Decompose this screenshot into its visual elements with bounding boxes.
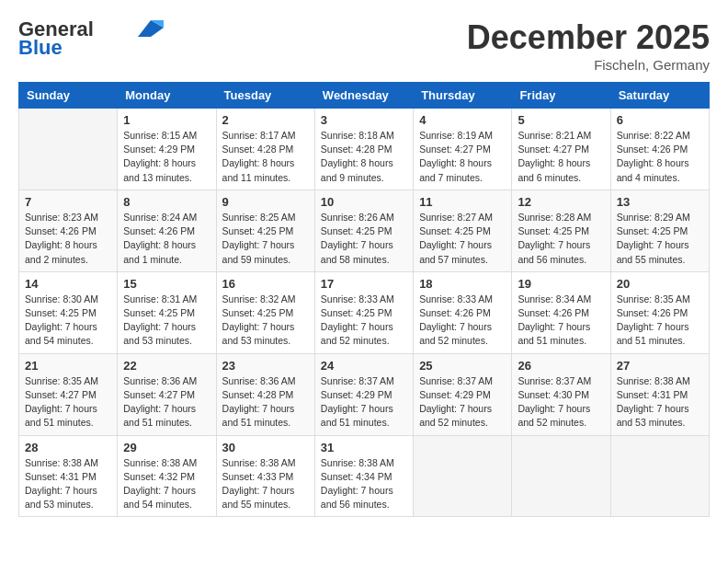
calendar-cell: 6Sunrise: 8:22 AM Sunset: 4:26 PM Daylig… — [610, 109, 709, 190]
day-info: Sunrise: 8:36 AM Sunset: 4:27 PM Dayligh… — [123, 374, 210, 431]
calendar-cell: 17Sunrise: 8:33 AM Sunset: 4:25 PM Dayli… — [314, 271, 413, 353]
day-info: Sunrise: 8:34 AM Sunset: 4:26 PM Dayligh… — [518, 293, 604, 349]
weekday-header-tuesday: Tuesday — [216, 83, 314, 109]
day-number: 1 — [123, 113, 210, 127]
day-number: 9 — [222, 195, 309, 209]
day-number: 21 — [25, 359, 111, 373]
calendar-cell: 7Sunrise: 8:23 AM Sunset: 4:26 PM Daylig… — [19, 190, 118, 271]
calendar-cell: 25Sunrise: 8:37 AM Sunset: 4:29 PM Dayli… — [414, 353, 512, 435]
calendar-cell: 31Sunrise: 8:38 AM Sunset: 4:34 PM Dayli… — [314, 435, 413, 517]
day-number: 23 — [222, 359, 309, 373]
calendar-cell: 16Sunrise: 8:32 AM Sunset: 4:25 PM Dayli… — [216, 271, 314, 353]
calendar-cell: 8Sunrise: 8:24 AM Sunset: 4:26 PM Daylig… — [118, 190, 216, 271]
calendar-cell: 24Sunrise: 8:37 AM Sunset: 4:29 PM Dayli… — [314, 353, 413, 435]
calendar-week-4: 21Sunrise: 8:35 AM Sunset: 4:27 PM Dayli… — [19, 353, 710, 435]
weekday-header-wednesday: Wednesday — [314, 83, 413, 109]
day-number: 22 — [123, 359, 210, 373]
day-number: 4 — [419, 113, 506, 127]
calendar-cell: 3Sunrise: 8:18 AM Sunset: 4:28 PM Daylig… — [314, 109, 413, 190]
calendar-cell: 11Sunrise: 8:27 AM Sunset: 4:25 PM Dayli… — [414, 190, 512, 271]
calendar: SundayMondayTuesdayWednesdayThursdayFrid… — [18, 82, 710, 517]
day-number: 16 — [222, 277, 309, 291]
weekday-header-friday: Friday — [512, 83, 610, 109]
day-info: Sunrise: 8:25 AM Sunset: 4:25 PM Dayligh… — [222, 211, 309, 267]
day-info: Sunrise: 8:30 AM Sunset: 4:25 PM Dayligh… — [25, 293, 111, 349]
day-info: Sunrise: 8:15 AM Sunset: 4:29 PM Dayligh… — [123, 129, 210, 185]
calendar-cell: 14Sunrise: 8:30 AM Sunset: 4:25 PM Dayli… — [19, 271, 118, 353]
location: Fischeln, Germany — [467, 57, 710, 73]
calendar-week-2: 7Sunrise: 8:23 AM Sunset: 4:26 PM Daylig… — [19, 190, 710, 271]
day-info: Sunrise: 8:38 AM Sunset: 4:31 PM Dayligh… — [617, 374, 703, 431]
calendar-header-row: SundayMondayTuesdayWednesdayThursdayFrid… — [19, 83, 710, 109]
weekday-header-monday: Monday — [118, 83, 216, 109]
day-info: Sunrise: 8:18 AM Sunset: 4:28 PM Dayligh… — [321, 129, 407, 185]
day-number: 5 — [518, 113, 604, 127]
day-number: 8 — [123, 195, 210, 209]
weekday-header-sunday: Sunday — [19, 83, 118, 109]
calendar-cell: 29Sunrise: 8:38 AM Sunset: 4:32 PM Dayli… — [118, 435, 216, 517]
day-info: Sunrise: 8:19 AM Sunset: 4:27 PM Dayligh… — [419, 129, 506, 185]
calendar-cell: 27Sunrise: 8:38 AM Sunset: 4:31 PM Dayli… — [610, 353, 709, 435]
day-number: 14 — [25, 277, 111, 291]
weekday-header-saturday: Saturday — [610, 83, 709, 109]
day-number: 13 — [617, 195, 703, 209]
day-info: Sunrise: 8:38 AM Sunset: 4:31 PM Dayligh… — [25, 456, 111, 512]
day-number: 2 — [222, 113, 309, 127]
calendar-cell: 5Sunrise: 8:21 AM Sunset: 4:27 PM Daylig… — [512, 109, 610, 190]
calendar-cell: 15Sunrise: 8:31 AM Sunset: 4:25 PM Dayli… — [118, 271, 216, 353]
day-number: 27 — [617, 359, 703, 373]
day-number: 25 — [419, 359, 506, 373]
calendar-cell: 1Sunrise: 8:15 AM Sunset: 4:29 PM Daylig… — [118, 109, 216, 190]
day-info: Sunrise: 8:36 AM Sunset: 4:28 PM Dayligh… — [222, 374, 309, 431]
day-info: Sunrise: 8:33 AM Sunset: 4:26 PM Dayligh… — [419, 293, 506, 349]
day-info: Sunrise: 8:35 AM Sunset: 4:26 PM Dayligh… — [617, 293, 703, 349]
month-title: December 2025 — [467, 18, 710, 57]
day-number: 15 — [123, 277, 210, 291]
day-info: Sunrise: 8:21 AM Sunset: 4:27 PM Dayligh… — [518, 129, 604, 185]
day-number: 30 — [222, 441, 309, 454]
calendar-cell: 18Sunrise: 8:33 AM Sunset: 4:26 PM Dayli… — [414, 271, 512, 353]
calendar-cell: 21Sunrise: 8:35 AM Sunset: 4:27 PM Dayli… — [19, 353, 118, 435]
calendar-cell: 22Sunrise: 8:36 AM Sunset: 4:27 PM Dayli… — [118, 353, 216, 435]
day-info: Sunrise: 8:37 AM Sunset: 4:29 PM Dayligh… — [419, 374, 506, 431]
day-number: 3 — [321, 113, 407, 127]
day-number: 10 — [321, 195, 407, 209]
day-number: 12 — [518, 195, 604, 209]
calendar-cell — [512, 435, 610, 517]
logo-icon — [138, 20, 164, 37]
calendar-cell — [610, 435, 709, 517]
page-header: General Blue December 2025 Fischeln, Ger… — [18, 18, 710, 73]
calendar-cell: 30Sunrise: 8:38 AM Sunset: 4:33 PM Dayli… — [216, 435, 314, 517]
calendar-week-5: 28Sunrise: 8:38 AM Sunset: 4:31 PM Dayli… — [19, 435, 710, 517]
day-info: Sunrise: 8:31 AM Sunset: 4:25 PM Dayligh… — [123, 293, 210, 349]
day-info: Sunrise: 8:35 AM Sunset: 4:27 PM Dayligh… — [25, 374, 111, 431]
calendar-cell: 12Sunrise: 8:28 AM Sunset: 4:25 PM Dayli… — [512, 190, 610, 271]
calendar-cell: 19Sunrise: 8:34 AM Sunset: 4:26 PM Dayli… — [512, 271, 610, 353]
day-number: 29 — [123, 441, 210, 454]
day-info: Sunrise: 8:37 AM Sunset: 4:30 PM Dayligh… — [518, 374, 604, 431]
day-number: 28 — [25, 441, 111, 454]
calendar-cell — [414, 435, 512, 517]
day-number: 18 — [419, 277, 506, 291]
calendar-cell: 26Sunrise: 8:37 AM Sunset: 4:30 PM Dayli… — [512, 353, 610, 435]
day-number: 17 — [321, 277, 407, 291]
day-info: Sunrise: 8:33 AM Sunset: 4:25 PM Dayligh… — [321, 293, 407, 349]
logo-blue-text: Blue — [18, 37, 63, 59]
calendar-cell — [19, 109, 118, 190]
day-info: Sunrise: 8:28 AM Sunset: 4:25 PM Dayligh… — [518, 211, 604, 267]
calendar-cell: 2Sunrise: 8:17 AM Sunset: 4:28 PM Daylig… — [216, 109, 314, 190]
calendar-week-3: 14Sunrise: 8:30 AM Sunset: 4:25 PM Dayli… — [19, 271, 710, 353]
calendar-cell: 9Sunrise: 8:25 AM Sunset: 4:25 PM Daylig… — [216, 190, 314, 271]
day-number: 20 — [617, 277, 703, 291]
day-info: Sunrise: 8:37 AM Sunset: 4:29 PM Dayligh… — [321, 374, 407, 431]
calendar-cell: 4Sunrise: 8:19 AM Sunset: 4:27 PM Daylig… — [414, 109, 512, 190]
calendar-cell: 20Sunrise: 8:35 AM Sunset: 4:26 PM Dayli… — [610, 271, 709, 353]
logo: General Blue — [18, 18, 164, 59]
day-info: Sunrise: 8:26 AM Sunset: 4:25 PM Dayligh… — [321, 211, 407, 267]
calendar-week-1: 1Sunrise: 8:15 AM Sunset: 4:29 PM Daylig… — [19, 109, 710, 190]
day-number: 31 — [321, 441, 407, 454]
calendar-cell: 10Sunrise: 8:26 AM Sunset: 4:25 PM Dayli… — [314, 190, 413, 271]
day-number: 19 — [518, 277, 604, 291]
day-info: Sunrise: 8:17 AM Sunset: 4:28 PM Dayligh… — [222, 129, 309, 185]
day-number: 7 — [25, 195, 111, 209]
